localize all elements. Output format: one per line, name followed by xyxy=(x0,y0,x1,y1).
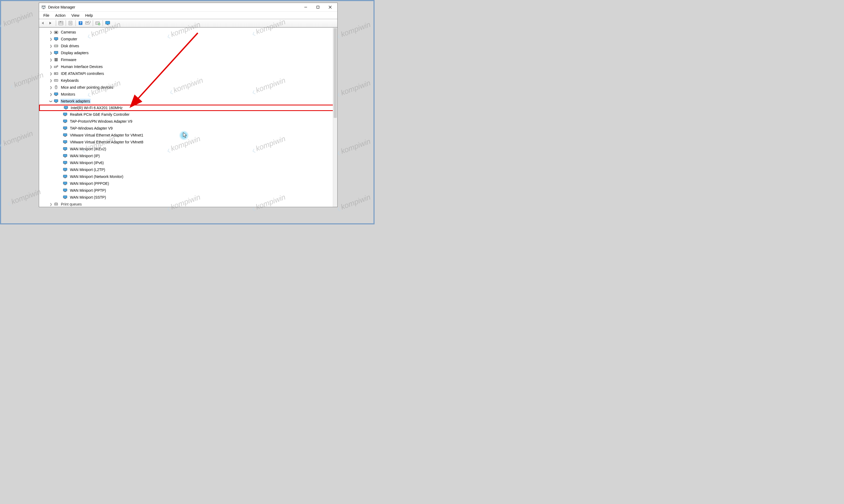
svg-rect-11 xyxy=(60,21,61,22)
device-wan-ip[interactable]: WAN Miniport (IP) xyxy=(39,152,337,159)
expand-icon[interactable]: ❯ xyxy=(49,65,53,69)
network-adapter-icon xyxy=(63,188,68,193)
expand-icon[interactable]: ❯ xyxy=(49,58,53,61)
tree-label: Cameras xyxy=(61,30,76,35)
svg-rect-43 xyxy=(55,80,56,80)
category-print-queues[interactable]: ❯ Print queues xyxy=(39,201,337,207)
category-cameras[interactable]: ❯ Cameras xyxy=(39,29,337,36)
window-title: Device Manager xyxy=(48,5,75,9)
scan-button[interactable] xyxy=(85,20,91,26)
tree-label: WAN Miniport (PPPOE) xyxy=(69,181,109,186)
svg-rect-27 xyxy=(54,37,58,40)
menu-help[interactable]: Help xyxy=(83,13,96,18)
expand-icon[interactable]: ❯ xyxy=(49,31,53,34)
toolbar: ? xyxy=(39,19,337,28)
device-intel-wifi[interactable]: Intel(R) Wi-Fi 6 AX201 160MHz xyxy=(39,105,337,111)
tree-label: Disk drives xyxy=(61,43,80,48)
monitor-button[interactable] xyxy=(104,20,111,26)
disk-icon xyxy=(53,43,59,48)
device-realtek[interactable]: Realtek PCIe GbE Family Controller xyxy=(39,111,337,118)
device-wan-sstp[interactable]: WAN Miniport (SSTP) xyxy=(39,194,337,201)
svg-rect-56 xyxy=(64,122,66,123)
device-tap-proton[interactable]: TAP-ProtonVPN Windows Adapter V9 xyxy=(39,118,337,125)
expand-icon[interactable]: ❯ xyxy=(49,44,53,48)
menu-file[interactable]: File xyxy=(41,13,52,18)
category-monitors[interactable]: ❯ Monitors xyxy=(39,91,337,98)
category-hid[interactable]: ❯ Human Interface Devices xyxy=(39,63,337,70)
category-ide[interactable]: ❯ IDE ATA/ATAPI controllers xyxy=(39,70,337,77)
svg-rect-28 xyxy=(55,40,57,41)
svg-rect-24 xyxy=(107,24,108,25)
tree-label: WAN Miniport (Network Monitor) xyxy=(69,174,124,179)
close-button[interactable] xyxy=(324,3,336,11)
category-keyboards[interactable]: ❯ Keyboards xyxy=(39,77,337,84)
svg-rect-64 xyxy=(64,150,66,150)
device-wan-ikev2[interactable]: WAN Miniport (IKEv2) xyxy=(39,145,337,152)
svg-rect-2 xyxy=(44,6,45,7)
mouse-icon xyxy=(53,85,59,90)
svg-rect-67 xyxy=(63,161,67,164)
update-driver-button[interactable] xyxy=(94,20,101,26)
svg-rect-37 xyxy=(54,66,57,68)
network-adapter-icon xyxy=(63,174,68,179)
tree-label: Keyboards xyxy=(61,78,79,83)
expand-icon[interactable]: ❯ xyxy=(49,51,53,55)
expand-icon[interactable]: ❯ xyxy=(49,37,53,41)
category-firmware[interactable]: ❯ Firmware xyxy=(39,56,337,63)
svg-rect-61 xyxy=(63,141,67,143)
svg-rect-40 xyxy=(55,73,56,74)
device-tap-windows[interactable]: TAP-Windows Adapter V9 xyxy=(39,125,337,132)
collapse-icon[interactable]: ❯ xyxy=(49,99,53,103)
svg-rect-5 xyxy=(317,6,319,8)
expand-icon[interactable]: ❯ xyxy=(49,93,53,96)
network-adapter-icon xyxy=(63,126,68,131)
svg-rect-47 xyxy=(54,93,58,95)
show-hide-tree-button[interactable] xyxy=(57,20,64,26)
help-button[interactable]: ? xyxy=(77,20,84,26)
category-network-adapters[interactable]: ❯ Network adapters xyxy=(39,98,337,105)
tree-label: WAN Miniport (PPTP) xyxy=(69,188,107,193)
category-display-adapters[interactable]: ❯ Display adapters xyxy=(39,49,337,56)
network-adapter-icon xyxy=(53,99,59,104)
device-wan-pppoe[interactable]: WAN Miniport (PPPOE) xyxy=(39,180,337,187)
app-icon xyxy=(41,5,46,10)
device-tree[interactable]: ❯ Cameras ❯ Computer ❯ Disk drives ❯ xyxy=(39,28,337,207)
expand-icon[interactable]: ❯ xyxy=(49,203,53,206)
back-button[interactable] xyxy=(40,20,47,26)
category-computer[interactable]: ❯ Computer xyxy=(39,36,337,42)
menu-view[interactable]: View xyxy=(69,13,82,18)
svg-rect-3 xyxy=(43,8,45,9)
printer-icon xyxy=(53,202,59,206)
svg-rect-71 xyxy=(63,175,67,177)
device-vmware8[interactable]: VMware Virtual Ethernet Adapter for VMne… xyxy=(39,139,337,145)
svg-rect-70 xyxy=(64,171,66,171)
svg-rect-20 xyxy=(88,21,90,23)
tree-label: Intel(R) Wi-Fi 6 AX201 160MHz xyxy=(70,105,123,110)
scrollbar-thumb[interactable] xyxy=(333,28,337,118)
svg-rect-78 xyxy=(64,198,66,199)
svg-rect-51 xyxy=(64,106,68,109)
minimize-button[interactable] xyxy=(299,3,312,11)
category-disk-drives[interactable]: ❯ Disk drives xyxy=(39,42,337,49)
device-wan-pptp[interactable]: WAN Miniport (PPTP) xyxy=(39,187,337,194)
expand-icon[interactable]: ❯ xyxy=(49,79,53,82)
ide-icon xyxy=(53,71,59,76)
expand-icon[interactable]: ❯ xyxy=(49,72,53,75)
svg-rect-38 xyxy=(57,65,58,67)
category-mice[interactable]: ❯ Mice and other pointing devices xyxy=(39,84,337,91)
forward-button[interactable] xyxy=(48,20,54,26)
titlebar[interactable]: Device Manager xyxy=(39,3,337,12)
maximize-button[interactable] xyxy=(312,3,324,11)
expand-icon[interactable]: ❯ xyxy=(49,86,53,89)
device-wan-ipv6[interactable]: WAN Miniport (IPv6) xyxy=(39,159,337,166)
tree-label: VMware Virtual Ethernet Adapter for VMne… xyxy=(69,140,144,144)
svg-rect-69 xyxy=(63,168,67,170)
properties-button[interactable] xyxy=(67,20,74,26)
tree-label: WAN Miniport (SSTP) xyxy=(69,195,107,200)
network-adapter-icon xyxy=(63,147,68,151)
menu-action[interactable]: Action xyxy=(53,13,68,18)
device-wan-netmon[interactable]: WAN Miniport (Network Monitor) xyxy=(39,173,337,180)
svg-rect-57 xyxy=(63,127,67,129)
vertical-scrollbar[interactable] xyxy=(333,28,337,207)
device-wan-l2tp[interactable]: WAN Miniport (L2TP) xyxy=(39,166,337,173)
